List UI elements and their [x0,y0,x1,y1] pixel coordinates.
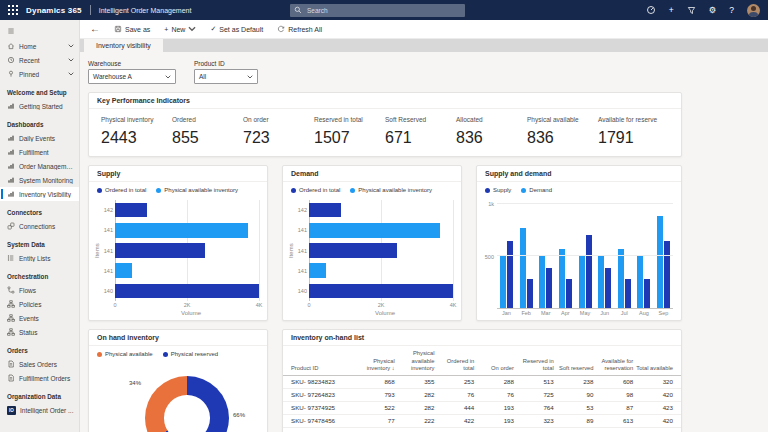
sidebar-item-connections[interactable]: Connections [0,219,79,233]
chart-legend: SupplyDemand [477,182,681,196]
sidebar-item-daily-events[interactable]: Daily Events [0,131,79,145]
bar[interactable] [507,241,513,308]
sidebar-item-order-management[interactable]: Order Management [0,159,79,173]
bar[interactable] [309,263,326,278]
gauge-icon[interactable] [646,5,656,15]
column-header[interactable]: Product ID [291,363,355,375]
table-cell: 282 [395,391,435,398]
legend-label: Supply [493,187,511,193]
bar[interactable] [309,223,440,238]
app-launcher-icon[interactable] [8,5,18,15]
app-area-title[interactable]: Intelligent Order Management [99,7,192,14]
bar[interactable] [115,223,248,238]
help-icon[interactable]: ? [729,6,734,15]
column-header[interactable]: Physical inventory ↓ [355,356,395,375]
legend-item[interactable]: Ordered in total [97,187,146,193]
sidebar-item-getting-started[interactable]: Getting Started [0,99,79,113]
sidebar-item-pinned[interactable]: Pinned [0,67,79,81]
bar[interactable] [115,243,205,258]
bar[interactable] [605,268,611,308]
legend-item[interactable]: Supply [485,187,511,193]
table-row[interactable]: SKU- 97374925 522 282 444 193 764 53 87 … [283,402,681,415]
legend-item[interactable]: Physical available [97,351,153,357]
sidebar-section-title: Orders [0,339,79,357]
bar[interactable] [618,249,624,308]
kpi-label: On order [243,116,314,123]
sidebar-item-home[interactable]: Home [0,39,79,53]
legend-item[interactable]: Physical available inventory [156,187,238,193]
sidebar-item-policies[interactable]: Policies [0,297,79,311]
user-avatar[interactable] [747,4,760,17]
bar[interactable] [625,279,631,308]
bar[interactable] [539,256,545,308]
legend-item[interactable]: Physical reserved [163,351,218,357]
bar[interactable] [566,279,572,308]
save-as-button[interactable]: Save as [114,25,150,33]
column-header[interactable]: Soft reserved [554,363,594,375]
sidebar-item-recent[interactable]: Recent [0,53,79,67]
legend-item[interactable]: Physical available inventory [350,187,432,193]
sidebar-item-fulfillment[interactable]: Fulfillment [0,145,79,159]
sidebar-item-entity-lists[interactable]: Entity Lists [0,251,79,265]
column-header[interactable]: Physical available inventory [395,348,435,375]
refresh-all-button[interactable]: Refresh All [277,25,322,33]
legend-item[interactable]: Demand [521,187,552,193]
bar[interactable] [309,243,397,258]
bar[interactable] [579,256,585,308]
new-button[interactable]: + New [164,25,196,33]
bar[interactable] [309,284,453,299]
quick-create-icon[interactable]: + [669,6,674,15]
column-header[interactable]: Available for reservation [594,356,634,375]
app-brand[interactable]: Dynamics 365 [26,6,82,15]
bar[interactable] [586,235,592,308]
sidebar-item-sales-orders[interactable]: Sales Orders [0,357,79,371]
bar[interactable] [115,203,147,218]
donut-chart[interactable] [145,376,229,432]
bar[interactable] [559,249,565,308]
table-row[interactable]: SKU- 97649012 42 108 331 88 511 54 42 75… [283,428,681,432]
table-row[interactable]: SKU- 97264823 793 282 76 76 725 90 98 42… [283,389,681,402]
bar[interactable] [637,256,643,308]
sidebar-item-fulfillment-orders[interactable]: Fulfillment Orders [0,371,79,385]
bar[interactable] [309,203,341,218]
bar[interactable] [527,279,533,308]
bar[interactable] [115,284,259,299]
search-input[interactable] [305,6,461,15]
product-select[interactable]: All [194,69,258,84]
column-header[interactable]: Reserved in total [514,356,554,375]
legend-item[interactable]: Ordered in total [291,187,340,193]
global-search[interactable] [290,4,465,17]
tab-inventory-visibility[interactable]: Inventory visibility [84,39,163,52]
settings-gear-icon[interactable]: ⚙ [709,6,717,15]
warehouse-select[interactable]: Warehouse A [88,69,176,84]
bar[interactable] [598,256,604,308]
sidebar-item-system-monitoring[interactable]: System Monitoring [0,173,79,187]
bar[interactable] [657,216,663,308]
sidebar-item-inventory-visibility[interactable]: Inventory Visibility [0,187,79,201]
column-header[interactable]: Ordered in total [435,356,475,375]
column-header[interactable]: On order [474,363,514,375]
bar[interactable] [500,256,506,308]
filter-icon[interactable] [687,6,696,15]
kpi-value: 671 [385,129,456,147]
table-cell: 76 [435,391,475,398]
table-cell: 608 [594,378,634,385]
sidebar-item-status[interactable]: Status [0,325,79,339]
sidebar-item-flows[interactable]: Flows [0,283,79,297]
bar[interactable] [520,228,526,308]
bar[interactable] [546,268,552,308]
bar[interactable] [115,263,132,278]
column-group [520,204,533,308]
nodes-icon [7,314,15,322]
sidebar-item-events[interactable]: Events [0,311,79,325]
bar[interactable] [644,279,650,308]
sidebar-item-intelligent-order[interactable]: IO Intelligent Order ... [0,403,79,417]
menu-toggle[interactable] [0,23,79,39]
back-button[interactable]: ← [90,24,100,34]
table-row[interactable]: SKU- 97478456 77 222 422 193 323 89 613 … [283,415,681,428]
bar[interactable] [664,241,670,308]
table-row[interactable]: SKU- 98234823 868 355 253 288 513 238 60… [283,376,681,389]
column-header[interactable]: Total available [633,363,673,375]
set-as-default-button[interactable]: ✓ Set as Default [210,25,263,33]
sidebar-item-label: Daily Events [19,135,74,142]
